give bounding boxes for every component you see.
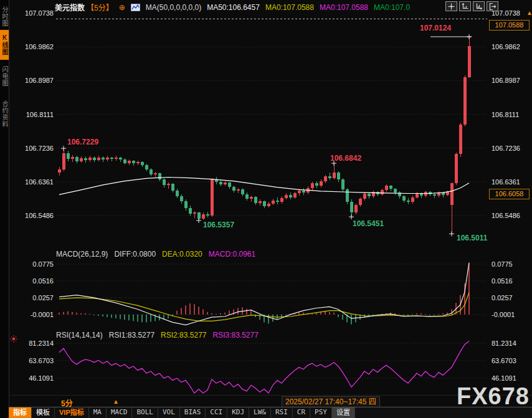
indicator-toolbar: 指标模板VIP指标MAMACDBOLLVOLBIASCCIKDJLW&RSICR…	[9, 407, 532, 418]
price-annotation: 107.0124	[420, 24, 451, 32]
y-axis-label: 107.0738	[19, 9, 54, 17]
rsi3-value: RSI3:83.5277	[213, 331, 259, 340]
y-axis-label: 0.0257	[19, 294, 54, 302]
toolbar-item-vip-indicator[interactable]: VIP指标	[55, 407, 89, 418]
y-axis-label: 0.0516	[492, 277, 513, 285]
toolbar-item-boll[interactable]: BOLL	[132, 407, 158, 418]
toolbar-item-psy[interactable]: PSY	[310, 407, 332, 418]
y-axis-label: 106.8987	[492, 77, 520, 84]
y-axis-label: 106.8111	[492, 111, 519, 118]
rsi2-value: RSI2:83.5277	[161, 331, 206, 340]
chart-type-icon[interactable]	[131, 4, 140, 11]
y-axis-label: -0.0001	[492, 311, 515, 318]
sidebar-tab-time-chart[interactable]: 分时图	[0, 2, 9, 30]
y-axis-label: 106.5486	[19, 212, 54, 219]
toolbar-item-cci[interactable]: CCI	[206, 407, 227, 418]
toolbar-item-lwr[interactable]: LW&	[249, 407, 271, 418]
y-axis-label: 63.6703	[492, 357, 516, 364]
price-up-arrow: ▲	[526, 9, 532, 16]
toolbar-item-template[interactable]: 模板	[32, 407, 55, 418]
toolbar-item-rsi[interactable]: RSI	[271, 407, 293, 418]
toolbar-item-settings[interactable]: 设置	[332, 407, 355, 418]
pan-tool-icon[interactable]	[445, 1, 457, 11]
y-axis-label: 106.6361	[492, 178, 520, 186]
rsi-title: RSI(14,14,14)	[56, 331, 103, 340]
rsi-header: RSI(14,14,14) RSI1:83.5277 RSI2:83.5277 …	[56, 331, 259, 340]
ma0-green-value: MA0:107.0	[374, 3, 410, 12]
y-axis-label: 46.1091	[19, 374, 54, 382]
axis-zoom-y-icon[interactable]	[459, 1, 471, 11]
period-expand-arrow[interactable]: ▲	[113, 398, 119, 405]
period-label[interactable]: 【5分】	[87, 2, 113, 12]
y-axis-label: 0.0257	[492, 294, 513, 302]
sidebar-tab-contract-info[interactable]: 合约资料	[0, 95, 9, 133]
y-axis-label: 106.6361	[19, 178, 54, 186]
toolbar-item-bias[interactable]: BIAS	[180, 407, 206, 418]
y-axis-label: 106.8111	[19, 111, 54, 118]
chart-canvas[interactable]	[0, 0, 532, 418]
time-range-tooltip: 2025/02/27 17:40~17:45 四	[282, 396, 380, 407]
sidebar-tab-lightning-chart[interactable]: 闪电图	[0, 61, 9, 91]
exit-icon[interactable]	[487, 1, 498, 11]
ma-config-label: MA(50,0,0,0,0,0)	[146, 3, 201, 12]
y-axis-label: 0.0775	[492, 260, 513, 268]
chart-toolbar-icons	[444, 1, 498, 11]
price-annotation: 106.5451	[353, 219, 384, 228]
macd-title: MACD(26,12,9)	[56, 250, 108, 259]
toolbar-item-vol[interactable]: VOL	[158, 407, 180, 418]
y-axis-label: 106.7236	[492, 145, 520, 152]
ma50-value: MA50:106.6457	[207, 3, 260, 12]
symbol-title: 美元指数	[55, 2, 85, 12]
rsi1-value: RSI1:83.5277	[109, 331, 154, 340]
macd-diff-value: DIFF:0.0800	[114, 250, 156, 259]
watermark: FX678	[457, 383, 530, 410]
toolbar-item-ma[interactable]: MA	[89, 407, 107, 418]
left-sidebar: 分时图K线图闪电图合约资料	[0, 0, 9, 418]
price-annotation: 106.6842	[330, 154, 361, 163]
toolbar-item-macd[interactable]: MACD	[107, 407, 133, 418]
sidebar-tab-kline-chart[interactable]: K线图	[0, 30, 9, 60]
y-axis-label: 63.6703	[19, 357, 54, 364]
macd-dea-value: DEA:0.0320	[162, 250, 202, 259]
level-price-badge: 106.6058	[489, 189, 530, 199]
toolbar-item-kdj[interactable]: KDJ	[227, 407, 249, 418]
macd-macd-value: MACD:0.0961	[209, 250, 255, 259]
y-axis-label: 106.9862	[19, 43, 54, 50]
ma0-yellow-value: MA0:107.0588	[265, 3, 314, 12]
y-axis-label: 106.9862	[492, 43, 520, 50]
y-axis-label: 106.7236	[19, 145, 54, 152]
price-annotation: 106.5357	[203, 221, 234, 229]
y-axis-label: 0.0516	[19, 277, 54, 285]
y-axis-label: 81.2314	[492, 340, 516, 347]
macd-header: MACD(26,12,9) DIFF:0.0800 DEA:0.0320 MAC…	[56, 250, 255, 259]
y-axis-label: -0.0001	[19, 311, 54, 318]
current-price-badge: 107.0588	[489, 20, 530, 31]
app-window: 分时图K线图闪电图合约资料 美元指数 【5分】 ⊕ MA(50,0,0,0,0,…	[0, 0, 532, 418]
ma0-magenta-value: MA0:107.0588	[320, 3, 368, 12]
toolbar-item-indicator[interactable]: 指标	[9, 407, 32, 418]
price-annotation: 106.5011	[457, 234, 487, 242]
price-annotation: 106.7229	[67, 138, 98, 146]
toolbar-item-cr[interactable]: CR	[293, 407, 310, 418]
y-axis-label: 0.0775	[19, 260, 54, 268]
axis-zoom-x-icon[interactable]	[473, 1, 485, 11]
y-axis-label: 46.1091	[492, 374, 516, 382]
chart-header: 美元指数 【5分】 ⊕ MA(50,0,0,0,0,0) MA50:106.64…	[55, 2, 410, 12]
y-axis-label: 106.5486	[492, 212, 520, 219]
y-axis-label: 81.2314	[19, 340, 54, 347]
y-axis-label: 106.8987	[19, 77, 54, 84]
add-indicator-icon[interactable]: ⊕	[119, 3, 125, 12]
alarm-icon[interactable]	[10, 334, 17, 345]
